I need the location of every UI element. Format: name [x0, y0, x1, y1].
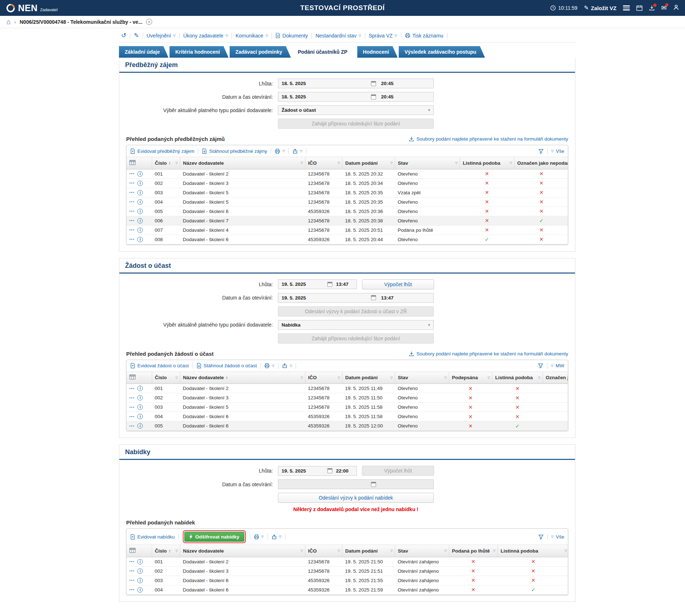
row-menu-icon[interactable]: ••• — [129, 191, 134, 194]
tab-vysledek-zadavaciho-postupu[interactable]: Výsledek zadávacího postupu — [399, 46, 485, 58]
column-header-cislo[interactable]: Číslo↑▽ — [152, 545, 180, 557]
column-filter-icon[interactable]: ▽ — [455, 161, 458, 165]
row-info-icon[interactable]: i — [137, 559, 143, 564]
menu-komunikace[interactable]: Komunikace▽ — [235, 33, 268, 39]
filter-button[interactable] — [538, 534, 544, 540]
row-menu-icon[interactable]: ••• — [129, 181, 134, 185]
evidovat-zadost-button[interactable]: Evidovat žádost o účast — [130, 363, 189, 368]
lhuta-datetime-field[interactable]: 19. 5. 2025 22:00 — [278, 466, 357, 476]
otevirani-datetime-field[interactable]: 19. 5. 2025 13:47 — [278, 293, 434, 303]
table-row[interactable]: •••i004Dodavatel - školení 64535932619. … — [127, 412, 568, 421]
calendar-icon[interactable] — [327, 282, 332, 287]
create-vz-button[interactable]: ✎ Založit VZ — [584, 5, 616, 11]
breadcrumb-record[interactable]: N006/25/V00004748 - Telekomunikační služ… — [19, 19, 142, 25]
column-filter-icon[interactable]: ▽ — [445, 376, 447, 380]
soubory-podani-link[interactable]: Soubory podání najdete připravené ke sta… — [409, 136, 568, 142]
table-row[interactable]: •••i003Dodavatel - školení 64535932619. … — [127, 576, 568, 585]
row-info-icon[interactable]: i — [137, 199, 143, 205]
row-menu-icon[interactable]: ••• — [129, 219, 134, 222]
lhuta-time-value[interactable]: 13:47 — [332, 282, 353, 287]
table-row[interactable]: •••i002Dodavatel - školení 31234567819. … — [127, 566, 568, 576]
undo-icon[interactable]: ↺ — [121, 32, 126, 39]
print-table-button[interactable]: ▽ — [275, 149, 285, 154]
column-filter-icon[interactable]: ▽ — [390, 161, 393, 165]
lhuta-time-value[interactable]: 22:00 — [332, 468, 353, 474]
column-header-oznacen-nepodany[interactable]: Označen jako nepodaný — [514, 157, 568, 169]
view-filter-select[interactable]: ▽ MW — [551, 363, 564, 368]
lhuta-date-value[interactable]: 19. 5. 2025 — [282, 282, 327, 287]
odsifrovat-nabidky-button[interactable]: Odšifrovat nabídky — [184, 532, 244, 542]
column-filter-icon[interactable]: ▽ — [445, 549, 447, 553]
table-row[interactable]: •••i003Dodavatel - školení 51234567819. … — [127, 403, 568, 412]
column-header-datum-podani[interactable]: Datum podání▽ — [342, 372, 395, 384]
menu-uverejneni[interactable]: Uveřejnění▽ — [147, 33, 176, 39]
column-header-stav[interactable]: Stav▽ — [395, 372, 449, 384]
table-row[interactable]: •••i007Dodavatel - školení 41234567818. … — [127, 225, 568, 235]
otevirani-datetime-field[interactable]: 18. 5. 2025 20:45 — [278, 92, 434, 102]
row-info-icon[interactable]: i — [137, 414, 143, 419]
view-filter-select[interactable]: ▽ Vše — [551, 149, 564, 154]
table-row[interactable]: •••i001Dodavatel - školení 21234567819. … — [127, 557, 568, 566]
row-info-icon[interactable]: i — [137, 218, 143, 223]
column-filter-icon[interactable]: ▽ — [390, 549, 393, 553]
filter-button[interactable] — [538, 149, 544, 154]
tab-hodnoceni[interactable]: Hodnocení — [357, 46, 398, 58]
vypocet-lhut-button[interactable]: Výpočet lhůt — [362, 279, 434, 289]
column-filter-icon[interactable]: ▽ — [338, 376, 340, 380]
column-header-podana-po-lhute[interactable]: Podaná po lhůtě▽ — [449, 545, 498, 557]
column-header-cislo[interactable]: Číslo▽ — [152, 372, 180, 384]
calendar-icon[interactable] — [371, 81, 376, 86]
row-menu-icon[interactable]: ••• — [129, 228, 134, 232]
column-filter-icon[interactable]: ▽ — [301, 161, 303, 165]
table-row[interactable]: •••i006Dodavatel - školení 71234567818. … — [127, 216, 568, 225]
column-header-listinna-podoba[interactable]: Listinná podoba▽ — [498, 545, 568, 557]
column-header-datum-podani[interactable]: Datum podání▽ — [342, 545, 395, 557]
otevirani-time-value[interactable]: 20:45 — [376, 94, 430, 99]
tab-podani-ucastniku-zp[interactable]: Podání účastníků ZP — [292, 46, 356, 58]
calendar-icon[interactable] — [636, 5, 642, 11]
row-info-icon[interactable]: i — [137, 171, 143, 177]
print-table-button[interactable]: ▽ — [254, 534, 264, 540]
row-info-icon[interactable]: i — [137, 181, 143, 186]
otevirani-date-value[interactable]: 18. 5. 2025 — [282, 94, 371, 99]
nen-logo[interactable]: NEN Zadavatel — [6, 3, 58, 13]
row-info-icon[interactable]: i — [137, 209, 143, 214]
lhuta-time-value[interactable]: 20:45 — [376, 81, 430, 86]
column-filter-icon[interactable]: ▽ — [301, 549, 303, 553]
lhuta-datetime-field[interactable]: 19. 5. 2025 13:47 — [278, 279, 357, 289]
row-info-icon[interactable]: i — [137, 587, 143, 593]
column-header-stav[interactable]: Stav▽ — [395, 545, 449, 557]
menu-dokumenty[interactable]: Dokumenty — [275, 33, 308, 39]
row-info-icon[interactable]: i — [137, 568, 143, 574]
column-settings-header[interactable] — [127, 545, 152, 557]
column-filter-icon[interactable]: ▽ — [176, 376, 178, 380]
row-info-icon[interactable]: i — [137, 395, 143, 400]
tab-kriteria-hodnoceni[interactable]: Kritéria hodnocení — [169, 46, 229, 58]
table-row[interactable]: •••i001Dodavatel - školení 21234567818. … — [127, 169, 568, 178]
row-menu-icon[interactable]: ••• — [129, 396, 134, 400]
filter-button[interactable] — [538, 363, 543, 368]
column-filter-icon[interactable]: ▽ — [176, 161, 178, 165]
column-header-ico[interactable]: IČO▽ — [305, 545, 342, 557]
export-table-button[interactable]: ▽ — [271, 534, 282, 540]
close-record-icon[interactable]: ✕ — [146, 19, 152, 25]
odeslani-vyzvy-nabidek-button[interactable]: Odeslání výzvy k podání nabídek — [278, 493, 434, 503]
calendar-icon[interactable] — [371, 94, 376, 99]
column-header-ico[interactable]: IČO▽ — [305, 157, 342, 169]
hamburger-menu-icon[interactable] — [623, 5, 630, 10]
row-info-icon[interactable]: i — [137, 578, 143, 583]
column-filter-icon[interactable]: ▽ — [176, 549, 178, 553]
lhuta-date-value[interactable]: 18. 5. 2025 — [282, 81, 371, 86]
table-row[interactable]: •••i004Dodavatel - školení 64535932619. … — [127, 585, 568, 594]
column-filter-icon[interactable]: ▽ — [538, 376, 541, 380]
user-icon[interactable] — [673, 4, 679, 12]
row-menu-icon[interactable]: ••• — [129, 238, 134, 241]
row-info-icon[interactable]: i — [137, 237, 143, 242]
column-settings-icon[interactable] — [129, 160, 136, 165]
column-filter-icon[interactable]: ▽ — [493, 549, 496, 553]
column-header-oznacen-nepodany[interactable]: Označen jako nepodaný — [543, 372, 568, 384]
table-row[interactable]: •••i004Dodavatel - školení 51234567818. … — [127, 197, 568, 207]
column-header-cislo[interactable]: Číslo↑▽ — [152, 157, 180, 169]
column-header-nazev-dodavatele[interactable]: Název dodavatele↑▽ — [180, 372, 305, 384]
column-settings-icon[interactable] — [129, 548, 136, 553]
